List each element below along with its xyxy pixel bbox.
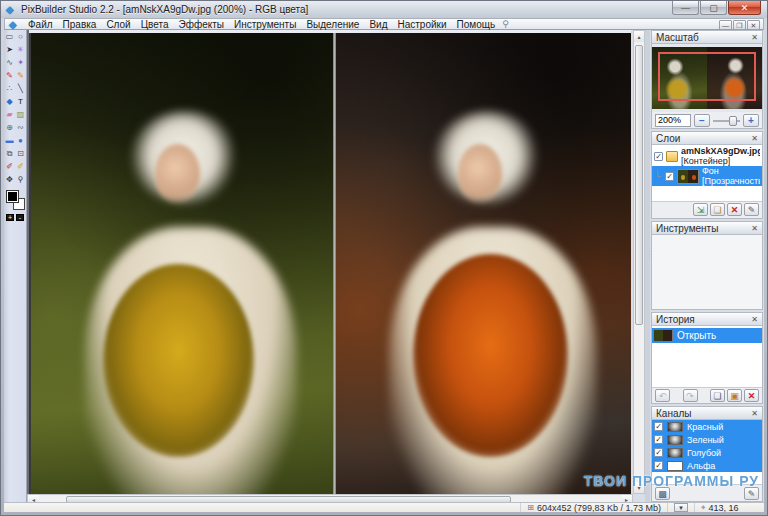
layer-visibility-checkbox[interactable]: ✓: [665, 172, 674, 181]
layer-properties-button[interactable]: ✎: [744, 203, 759, 216]
history-panel-close-icon[interactable]: ✕: [751, 315, 758, 324]
minimize-button[interactable]: —: [672, 1, 699, 15]
new-layer-button[interactable]: ❏: [710, 203, 725, 216]
redo-button[interactable]: ↷: [683, 389, 698, 402]
channel-thumbnail: [667, 422, 683, 432]
channel-visibility-checkbox[interactable]: ✓: [654, 448, 663, 457]
layers-panel: Слои ✕ ✓ amNskXA9gDw.jpg[Контейнер] └ ✓ …: [651, 131, 763, 219]
merge-layer-button[interactable]: ⇲: [693, 203, 708, 216]
menu-edit[interactable]: Правка: [58, 19, 102, 30]
new-document-from-state-button[interactable]: ❏: [710, 389, 725, 402]
channel-label: Зеленый: [687, 435, 724, 445]
menu-effects[interactable]: Эффекты: [174, 19, 229, 30]
channel-row-alpha[interactable]: ✓ Альфа: [652, 459, 762, 472]
swatch-minus-button[interactable]: -: [16, 214, 24, 221]
channel-row-green[interactable]: ✓ Зеленый: [652, 433, 762, 446]
zoom-in-button[interactable]: +: [743, 114, 759, 127]
channel-visibility-checkbox[interactable]: ✓: [654, 461, 663, 470]
menu-selection[interactable]: Выделение: [301, 19, 364, 30]
zoom-panel-title: Масштаб: [656, 32, 699, 43]
line-tool-icon[interactable]: ╲: [15, 82, 26, 95]
shape-ellipse-tool-icon[interactable]: ●: [15, 134, 26, 147]
menu-settings[interactable]: Настройки: [392, 19, 451, 30]
vertical-scroll-thumb[interactable]: [635, 45, 643, 325]
layer-visibility-checkbox[interactable]: ✓: [654, 152, 663, 161]
navigator-view-rect[interactable]: [658, 52, 756, 101]
channels-panel-close-icon[interactable]: ✕: [751, 409, 758, 418]
channel-visibility-checkbox[interactable]: ✓: [654, 422, 663, 431]
search-icon[interactable]: ⚲: [502, 19, 509, 29]
ellipse-select-tool-icon[interactable]: ○: [15, 30, 26, 43]
color-swatches[interactable]: [6, 190, 25, 210]
menu-help[interactable]: Помощь: [452, 19, 501, 30]
move-tool-icon[interactable]: ➤: [4, 43, 15, 56]
layers-panel-close-icon[interactable]: ✕: [751, 134, 758, 143]
app-icon: ◆: [6, 4, 17, 15]
smudge-tool-icon[interactable]: ∾: [15, 121, 26, 134]
channel-row-red[interactable]: ✓ Красный: [652, 420, 762, 433]
brush-tool-icon[interactable]: ✎: [15, 69, 26, 82]
clone-stamp-tool-icon[interactable]: ⊕: [4, 121, 15, 134]
delete-history-button[interactable]: ✕: [744, 389, 759, 402]
menu-colors[interactable]: Цвета: [136, 19, 174, 30]
channel-label: Альфа: [687, 461, 715, 471]
cursor-position-icon: ⌖: [701, 503, 706, 513]
layer-thumbnail: [677, 169, 699, 184]
polygon-lasso-tool-icon[interactable]: ✦: [15, 56, 26, 69]
menu-tools[interactable]: Инструменты: [229, 19, 301, 30]
close-button[interactable]: ✕: [728, 1, 761, 15]
tool-options-empty-body: [652, 235, 762, 309]
shape-rect-tool-icon[interactable]: ▬: [4, 134, 15, 147]
zoom-panel: Масштаб ✕ − +: [651, 30, 763, 129]
fill-tool-icon[interactable]: ◆: [4, 95, 15, 108]
airbrush-tool-icon[interactable]: ∴: [4, 82, 15, 95]
foreground-color-swatch[interactable]: [6, 190, 19, 203]
channel-thumbnail: [667, 435, 683, 445]
history-panel-title: История: [656, 314, 695, 325]
layer-row-background[interactable]: └ ✓ Фон[Прозрачность 2...: [652, 166, 762, 186]
photo-face: [155, 144, 200, 204]
pencil-tool-icon[interactable]: ✎: [4, 69, 15, 82]
crop-tool-icon[interactable]: ⧉: [4, 147, 15, 160]
history-item-open[interactable]: Открыть: [652, 328, 762, 343]
menu-view[interactable]: Вид: [364, 19, 392, 30]
zoom-slider[interactable]: [713, 114, 740, 127]
vertical-scrollbar[interactable]: ▴ ▾: [633, 30, 645, 494]
magic-wand-tool-icon[interactable]: ✳: [15, 43, 26, 56]
swatch-plus-button[interactable]: +: [6, 214, 14, 221]
zoom-slider-thumb[interactable]: [729, 116, 737, 126]
mdi-close-button[interactable]: ✕: [747, 20, 760, 30]
hand-tool-icon[interactable]: ✥: [4, 173, 15, 186]
scroll-up-arrow[interactable]: ▴: [634, 31, 644, 42]
menu-layer[interactable]: Слой: [101, 19, 135, 30]
navigator-thumbnail[interactable]: [652, 47, 762, 109]
transform-tool-icon[interactable]: ⊡: [15, 147, 26, 160]
eyedropper-tool-icon[interactable]: ✐: [4, 160, 15, 173]
channel-row-blue[interactable]: ✓ Голубой: [652, 446, 762, 459]
history-thumbnail: [653, 329, 673, 342]
undo-button[interactable]: ↶: [655, 389, 670, 402]
image-size-info: 604x452 (799,83 Kb / 1,73 Mb): [537, 503, 661, 513]
zoom-out-button[interactable]: −: [694, 114, 710, 127]
lasso-tool-icon[interactable]: ∿: [4, 56, 15, 69]
snapshot-button[interactable]: ▣: [727, 389, 742, 402]
status-dropdown-button[interactable]: ▼: [674, 503, 688, 512]
layer-row-container[interactable]: ✓ amNskXA9gDw.jpg[Контейнер]: [652, 146, 762, 166]
text-tool-icon[interactable]: T: [15, 95, 26, 108]
mdi-restore-button[interactable]: ❐: [733, 20, 746, 30]
tool-options-panel-close-icon[interactable]: ✕: [751, 224, 758, 233]
pattern-stamp-tool-icon[interactable]: ▨: [15, 108, 26, 121]
maximize-button[interactable]: ▢: [700, 1, 727, 15]
zoom-panel-close-icon[interactable]: ✕: [751, 33, 758, 42]
rect-select-tool-icon[interactable]: ▭: [4, 30, 15, 43]
menu-file[interactable]: Файл: [23, 19, 58, 30]
zoom-tool-icon[interactable]: ⚲: [15, 173, 26, 186]
channel-visibility-checkbox[interactable]: ✓: [654, 435, 663, 444]
image-canvas[interactable]: [27, 30, 631, 494]
zoom-value-input[interactable]: [655, 114, 691, 127]
eraser-tool-icon[interactable]: ▰: [4, 108, 15, 121]
workspace: ▭ ○ ➤ ✳ ∿ ✦ ✎ ✎ ∴ ╲ ◆ T ▰ ▨ ⊕ ∾ ▬ ● ⧉ ⊡: [4, 30, 764, 502]
mdi-minimize-button[interactable]: —: [719, 20, 732, 30]
marker-tool-icon[interactable]: ✐: [15, 160, 26, 173]
delete-layer-button[interactable]: ✕: [727, 203, 742, 216]
